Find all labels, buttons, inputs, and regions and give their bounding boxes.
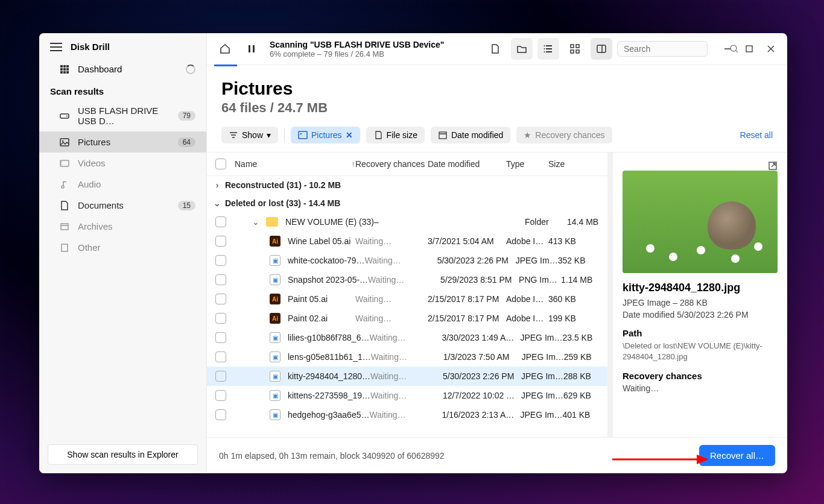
row-checkbox[interactable] (215, 351, 226, 362)
chevron-down-icon[interactable]: ⌄ (213, 198, 221, 208)
filter-date-modified[interactable]: Date modified (431, 127, 510, 143)
file-row[interactable]: ▣lilies-g10b86f788_6… Waiting… 3/30/2023… (207, 328, 607, 347)
row-checkbox[interactable] (215, 390, 226, 401)
filter-chip-pictures[interactable]: Pictures ✕ (291, 127, 360, 143)
svg-rect-6 (60, 71, 63, 74)
row-checkbox[interactable] (215, 255, 226, 266)
file-row[interactable]: AiPaint 05.ai Waiting… 2/15/2017 8:17 PM… (207, 289, 607, 309)
col-size[interactable]: Size (548, 159, 591, 169)
sidebar-item-pictures[interactable]: Pictures 64 (39, 131, 206, 153)
audio-icon (60, 180, 69, 189)
image-file-icon: ▣ (270, 371, 280, 382)
folder-view-button[interactable] (511, 38, 533, 60)
preview-modified: Date modified 5/30/2023 2:26 PM (623, 310, 778, 320)
star-icon: ★ (524, 130, 531, 140)
row-checkbox[interactable] (215, 236, 226, 247)
menu-icon[interactable] (50, 43, 62, 51)
topbar: Scanning "USB FLASH DRIVE USB Device" 6%… (207, 33, 787, 65)
row-checkbox[interactable] (215, 216, 226, 227)
svg-rect-5 (66, 68, 69, 71)
chevron-right-icon[interactable]: › (213, 180, 221, 190)
col-recovery[interactable]: Recovery chances (355, 159, 428, 169)
row-checkbox[interactable] (215, 274, 226, 285)
scrollbar[interactable] (607, 153, 612, 437)
sidebar-item-label: Videos (78, 158, 106, 168)
filter-recovery-chances[interactable]: ★ Recovery chances (516, 127, 612, 143)
minimize-button[interactable] (718, 40, 737, 58)
select-all-checkbox[interactable] (215, 159, 226, 169)
col-name[interactable]: Name↑ (235, 159, 355, 169)
group-row[interactable]: ›Reconstructed (31) - 10.2 MB (207, 176, 607, 194)
sidebar-section-header: Scan results (39, 80, 206, 100)
file-row[interactable]: AiWine Label 05.ai Waiting… 3/7/2021 5:0… (207, 232, 607, 251)
archive-icon (60, 222, 69, 232)
home-button[interactable] (214, 38, 236, 60)
row-checkbox[interactable] (215, 332, 226, 343)
svg-point-24 (544, 45, 545, 46)
sidebar-item-other[interactable]: Other (39, 237, 206, 258)
row-checkbox[interactable] (215, 294, 226, 304)
sidebar-item-archives[interactable]: Archives (39, 216, 206, 237)
file-row[interactable]: ▣hedgehog-g3aa6e5… Waiting… 1/16/2023 2:… (207, 405, 607, 424)
maximize-button[interactable] (740, 40, 758, 58)
svg-rect-2 (66, 65, 69, 68)
picture-icon (60, 137, 69, 147)
grid-icon (60, 65, 69, 74)
sidebar-item-dashboard[interactable]: Dashboard (39, 58, 206, 80)
pause-button[interactable] (241, 38, 262, 60)
svg-rect-31 (597, 45, 606, 52)
scan-status: 0h 1m elapsed, 0h 13m remain, block 3409… (219, 451, 445, 461)
column-headers: Name↑ Recovery chances Date modified Typ… (207, 153, 607, 176)
dashboard-label: Dashboard (78, 64, 122, 74)
col-date[interactable]: Date modified (428, 159, 506, 169)
file-row[interactable]: ▣Snapshot 2023-05-… Waiting… 5/29/2023 8… (207, 270, 607, 289)
image-file-icon: ▣ (270, 255, 280, 266)
show-in-explorer-button[interactable]: Show scan results in Explorer (48, 444, 198, 465)
svg-point-10 (66, 116, 68, 117)
svg-rect-28 (576, 45, 579, 48)
ai-file-icon: Ai (270, 236, 280, 247)
file-view-button[interactable] (484, 38, 506, 60)
svg-point-43 (300, 133, 302, 134)
svg-rect-0 (60, 65, 63, 68)
sidebar-item-documents[interactable]: Documents 15 (39, 195, 206, 216)
sidebar-item-audio[interactable]: Audio (39, 174, 206, 195)
file-row[interactable]: ▣kittens-2273598_19… Waiting… 12/7/2022 … (207, 386, 607, 405)
footer: 0h 1m elapsed, 0h 13m remain, block 3409… (207, 437, 787, 473)
preview-recovery-heading: Recovery chances (623, 371, 778, 381)
filter-file-size[interactable]: File size (366, 127, 425, 143)
row-checkbox[interactable] (215, 371, 226, 382)
sidebar-item-drive[interactable]: USB FLASH DRIVE USB D… 79 (39, 100, 206, 131)
row-checkbox[interactable] (215, 313, 226, 324)
recover-all-button[interactable]: Recover all… (699, 445, 775, 466)
reset-all-link[interactable]: Reset all (740, 130, 773, 140)
chip-remove-icon[interactable]: ✕ (346, 130, 353, 140)
svg-point-25 (544, 48, 545, 49)
file-row[interactable]: AiPaint 02.ai Waiting… 2/15/2017 8:17 PM… (207, 309, 607, 328)
other-icon (60, 243, 69, 253)
split-view-button[interactable] (591, 38, 612, 60)
sidebar-badge: 79 (178, 111, 195, 121)
row-checkbox[interactable] (215, 409, 226, 420)
preview-meta: JPEG Image – 288 KB (623, 298, 778, 307)
folder-row[interactable]: ⌄NEW VOLUME (E) (33) –Folder14.4 MB (207, 212, 607, 232)
popout-icon[interactable] (768, 161, 778, 171)
file-row[interactable]: ▣white-cockatoo-79… Waiting… 5/30/2023 2… (207, 251, 607, 270)
chevron-down-icon[interactable]: ⌄ (252, 217, 260, 227)
image-file-icon: ▣ (270, 332, 280, 343)
file-row[interactable]: ▣lens-g05e811b61_1… Waiting… 1/3/2023 7:… (207, 347, 607, 367)
grid-view-button[interactable] (564, 38, 586, 60)
search-input[interactable] (624, 44, 729, 54)
sidebar-item-videos[interactable]: Videos (39, 153, 206, 174)
svg-rect-1 (63, 65, 66, 68)
sidebar-item-label: Archives (78, 221, 113, 232)
ai-file-icon: Ai (270, 313, 280, 324)
show-dropdown[interactable]: Show ▾ (221, 127, 278, 143)
file-row[interactable]: ▣kitty-2948404_1280… Waiting… 5/30/2023 … (207, 367, 607, 386)
search-box[interactable] (617, 41, 708, 57)
list-view-button[interactable] (537, 38, 559, 60)
col-type[interactable]: Type (506, 159, 548, 169)
close-button[interactable] (762, 40, 780, 58)
image-file-icon: ▣ (270, 351, 280, 362)
group-row[interactable]: ⌄Deleted or lost (33) - 14.4 MB (207, 194, 607, 212)
